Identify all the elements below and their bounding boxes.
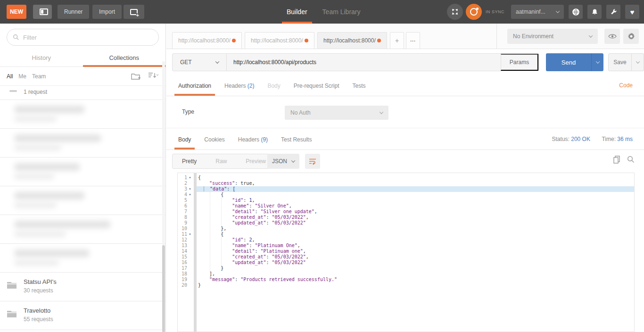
import-button[interactable]: Import bbox=[92, 5, 122, 19]
sort-icon[interactable] bbox=[148, 72, 159, 81]
environment-settings-button[interactable] bbox=[623, 29, 639, 44]
format-dropdown[interactable]: JSON bbox=[267, 154, 299, 169]
code-link[interactable]: Code bbox=[619, 82, 633, 89]
filter-input[interactable] bbox=[23, 34, 141, 41]
code-line-number: 2 bbox=[178, 181, 194, 186]
wrap-text-button[interactable] bbox=[305, 154, 320, 169]
favorites-button[interactable]: ♥ bbox=[625, 5, 639, 19]
collection-item-blurred[interactable] bbox=[0, 186, 165, 215]
view-mode-raw[interactable]: Raw bbox=[206, 154, 236, 168]
code-line-number: 20 bbox=[178, 282, 194, 288]
new-tab-button[interactable]: + bbox=[390, 32, 404, 49]
eye-icon bbox=[608, 33, 617, 39]
account-dropdown[interactable]: aatmaninf... bbox=[511, 5, 564, 19]
tab-overflow-button[interactable]: ••• bbox=[406, 32, 420, 49]
tab-tests[interactable]: Tests bbox=[352, 83, 365, 96]
tab-history[interactable]: History bbox=[0, 51, 83, 66]
wrench-icon bbox=[610, 8, 617, 16]
code-line: { bbox=[197, 175, 634, 181]
capture-button[interactable] bbox=[447, 4, 463, 20]
scope-all[interactable]: All bbox=[7, 73, 13, 80]
view-mode-pretty[interactable]: Pretty bbox=[173, 154, 206, 168]
collection-item-blurred[interactable] bbox=[0, 215, 165, 244]
auth-type-value: No Auth bbox=[290, 109, 380, 116]
request-tab-1[interactable]: http://localhost:8000/ bbox=[172, 32, 242, 49]
search-icon bbox=[627, 156, 635, 163]
chevron-down-icon bbox=[291, 158, 295, 162]
tab-builder[interactable]: Builder bbox=[279, 0, 315, 24]
tab-headers[interactable]: Headers (2) bbox=[224, 83, 254, 96]
environment-preview-button[interactable] bbox=[604, 29, 620, 44]
search-icon bbox=[13, 34, 19, 41]
folder-icon bbox=[7, 281, 17, 291]
scope-team[interactable]: Team bbox=[32, 73, 46, 80]
response-tab-cookies[interactable]: Cookies bbox=[204, 136, 224, 149]
fold-arrow-icon[interactable]: ▾ bbox=[187, 175, 193, 181]
fold-arrow-icon[interactable]: ▾ bbox=[187, 232, 193, 237]
blurred-text bbox=[14, 231, 66, 237]
code-line-number: 5 bbox=[178, 198, 194, 203]
runner-button[interactable]: Runner bbox=[58, 5, 89, 19]
auth-type-dropdown[interactable]: No Auth bbox=[285, 106, 388, 120]
tab-authorization[interactable]: Authorization bbox=[178, 83, 211, 96]
fold-spacer bbox=[187, 209, 193, 215]
settings-wrench-button[interactable] bbox=[606, 5, 620, 19]
response-body-viewer[interactable]: 1▾23▾4▾567891011▾121314151617181920 { "s… bbox=[177, 173, 635, 332]
request-tab-3[interactable]: http://localhost:8000/ bbox=[317, 32, 387, 49]
method-dropdown[interactable]: GET bbox=[173, 54, 227, 71]
collection-item-blurred[interactable] bbox=[0, 158, 165, 186]
chevron-down-icon bbox=[589, 33, 593, 37]
tab-team-library[interactable]: Team Library bbox=[315, 0, 368, 24]
unsaved-dot-icon bbox=[377, 39, 381, 42]
send-button[interactable]: Send bbox=[546, 53, 591, 71]
request-tab-2[interactable]: http://localhost:8000/ bbox=[245, 32, 314, 49]
collection-item-partial[interactable]: 1 request bbox=[0, 86, 165, 100]
blurred-text bbox=[14, 134, 101, 142]
collection-item-blurred[interactable] bbox=[0, 100, 165, 129]
scope-me[interactable]: Me bbox=[18, 73, 26, 80]
response-tab-body[interactable]: Body bbox=[178, 136, 191, 149]
response-tab-headers[interactable]: Headers (9) bbox=[238, 136, 268, 149]
code-line: "id": 2, bbox=[197, 237, 634, 243]
collection-item[interactable]: Travelotto55 requests bbox=[0, 301, 165, 330]
code-line: "name": "Platinuam One", bbox=[197, 243, 634, 249]
send-options-button[interactable] bbox=[591, 53, 603, 71]
fold-spacer bbox=[187, 203, 193, 209]
save-options-button[interactable] bbox=[632, 53, 644, 71]
fold-spacer bbox=[187, 249, 193, 254]
params-button[interactable]: Params bbox=[501, 54, 538, 71]
divider bbox=[496, 24, 497, 49]
tab-count: (9) bbox=[261, 136, 268, 143]
fold-arrow-icon[interactable]: ▾ bbox=[187, 192, 193, 198]
blurred-text bbox=[14, 221, 111, 228]
globe-button[interactable] bbox=[569, 5, 583, 19]
fold-arrow-icon[interactable]: ▾ bbox=[187, 186, 193, 192]
tab-pre-request-script[interactable]: Pre-request Script bbox=[294, 83, 339, 96]
code-line: "created_at": "05/03/2022", bbox=[197, 215, 634, 220]
sidebar-scrollbar-thumb[interactable] bbox=[162, 245, 165, 332]
collection-item-blurred[interactable] bbox=[0, 244, 165, 273]
collection-item[interactable]: Statsu API's30 requests bbox=[0, 273, 165, 301]
blurred-text bbox=[14, 249, 90, 257]
sync-button[interactable] bbox=[466, 4, 482, 20]
search-response-button[interactable] bbox=[627, 156, 635, 166]
collection-item-blurred[interactable] bbox=[0, 129, 165, 158]
response-tab-test-results[interactable]: Test Results bbox=[281, 136, 312, 149]
sidebar-tabs: History Collections bbox=[0, 51, 165, 67]
new-button[interactable]: NEW bbox=[7, 5, 26, 19]
sidebar-toggle-button[interactable] bbox=[33, 5, 52, 19]
new-folder-icon[interactable] bbox=[131, 72, 141, 81]
account-name: aatmaninf... bbox=[516, 8, 556, 15]
new-window-button[interactable] bbox=[124, 5, 144, 19]
notifications-button[interactable] bbox=[587, 5, 602, 19]
url-input[interactable] bbox=[227, 54, 501, 71]
collection-request-count: 55 requests bbox=[24, 316, 53, 323]
capture-icon bbox=[451, 8, 459, 16]
tab-collections[interactable]: Collections bbox=[83, 51, 166, 66]
code-line: "success": true, bbox=[197, 181, 634, 186]
environment-dropdown[interactable]: No Environment bbox=[507, 29, 598, 44]
sidebar-scrollbar[interactable] bbox=[162, 61, 165, 332]
save-button[interactable]: Save bbox=[608, 53, 632, 71]
copy-button[interactable] bbox=[613, 156, 620, 166]
response-toolbar: PrettyRawPreview JSON bbox=[166, 150, 644, 173]
